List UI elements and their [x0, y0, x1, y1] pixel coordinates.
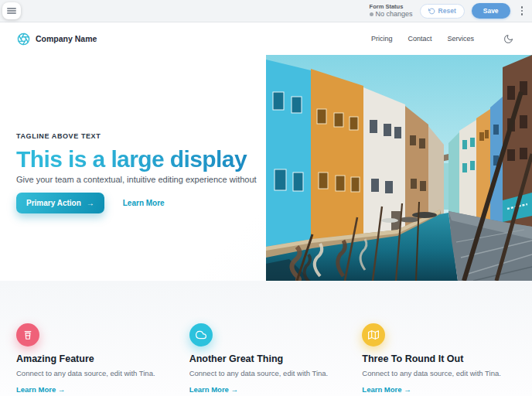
feature-link-label: Learn More — [189, 385, 229, 394]
dark-mode-toggle[interactable] — [502, 32, 515, 46]
feature-card-3: Three To Round It Out Connect to any dat… — [362, 323, 516, 396]
feature-title: Three To Round It Out — [362, 353, 516, 364]
reset-button-label: Reset — [438, 7, 456, 15]
form-status-label: Form Status — [370, 4, 413, 11]
hero-headline: This is a large display — [16, 147, 266, 172]
editor-topbar: Form Status No changes Reset Save — [0, 0, 532, 22]
feature-learn-more-link[interactable]: Learn More → — [16, 385, 65, 394]
burano-canal-illustration — [266, 55, 532, 281]
feature-learn-more-link[interactable]: Learn More → — [189, 385, 238, 394]
undo-icon — [428, 8, 435, 15]
feature-title: Another Great Thing — [189, 353, 343, 364]
hero-section: TAGLINE ABOVE TEXT This is a large displ… — [0, 55, 532, 281]
kebab-menu-icon[interactable] — [517, 4, 527, 18]
reset-button[interactable]: Reset — [420, 4, 465, 19]
arrow-right-icon: → — [87, 199, 94, 207]
save-button[interactable]: Save — [472, 3, 510, 19]
site-header: Company Name Pricing Contact Services — [0, 22, 532, 55]
feature-title: Amazing Feature — [16, 353, 170, 364]
hero-body-text: Give your team a contextual, intuitive e… — [16, 174, 264, 185]
status-dot — [370, 12, 373, 16]
nav-contact[interactable]: Contact — [408, 35, 431, 43]
feature-text: Connect to any data source, edit with Ti… — [189, 369, 343, 378]
arrow-right-icon: → — [58, 385, 66, 394]
nav-pricing[interactable]: Pricing — [371, 35, 393, 43]
primary-action-label: Primary Action — [26, 199, 81, 207]
form-status: Form Status No changes — [370, 4, 413, 19]
app-window: Form Status No changes Reset Save Compan… — [0, 0, 532, 396]
hero-image-canal-photo — [266, 55, 532, 281]
feature-text: Connect to any data source, edit with Ti… — [362, 369, 516, 378]
feature-link-label: Learn More — [16, 385, 56, 394]
features-section: Amazing Feature Connect to any data sour… — [0, 281, 532, 396]
feature-link-label: Learn More — [362, 385, 401, 394]
moon-icon — [503, 34, 513, 44]
nav-services[interactable]: Services — [447, 35, 474, 43]
menu-button[interactable] — [2, 2, 21, 19]
arrow-right-icon: → — [404, 385, 411, 394]
aperture-logo-icon — [17, 32, 30, 46]
site-nav: Pricing Contact Services — [371, 32, 515, 46]
feature-learn-more-link[interactable]: Learn More → — [362, 385, 411, 394]
form-status-value: No changes — [376, 10, 413, 18]
feature-text: Connect to any data source, edit with Ti… — [16, 369, 170, 378]
primary-action-button[interactable]: Primary Action → — [16, 193, 104, 213]
company-name: Company Name — [36, 34, 97, 43]
brand[interactable]: Company Name — [17, 32, 97, 46]
feature-card-2: Another Great Thing Connect to any data … — [189, 323, 343, 396]
cloud-icon — [189, 323, 213, 346]
arrow-right-icon: → — [231, 385, 239, 394]
feature-card-1: Amazing Feature Connect to any data sour… — [16, 323, 170, 396]
hero-learn-more-link[interactable]: Learn More — [123, 199, 165, 207]
map-icon — [362, 323, 385, 346]
hamburger-icon — [7, 6, 16, 15]
hero-tagline: TAGLINE ABOVE TEXT — [16, 132, 266, 140]
coffee-cup-icon — [16, 323, 39, 346]
